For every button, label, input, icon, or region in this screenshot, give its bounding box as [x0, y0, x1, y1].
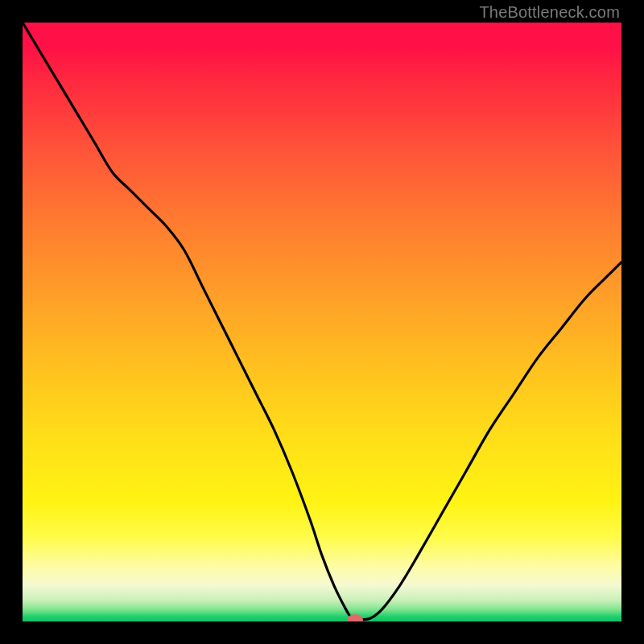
watermark-text: TheBottleneck.com: [479, 3, 620, 22]
optimal-point-marker: [347, 614, 363, 621]
chart-frame: TheBottleneck.com: [0, 0, 644, 644]
plot-area: [23, 23, 621, 621]
curve-line: [23, 23, 621, 620]
bottleneck-curve: [23, 23, 621, 621]
